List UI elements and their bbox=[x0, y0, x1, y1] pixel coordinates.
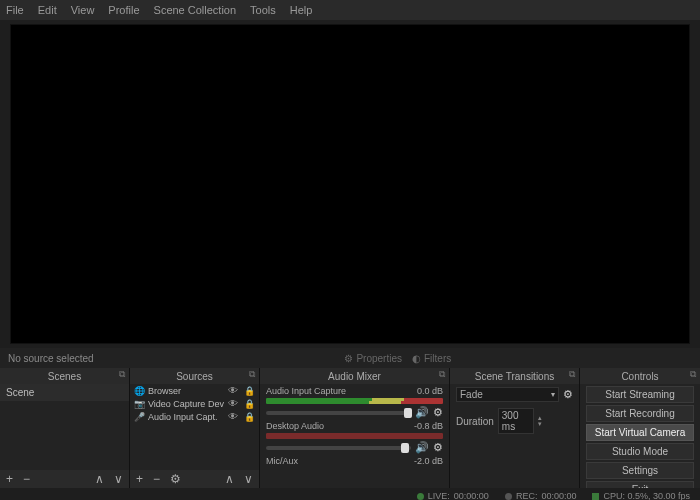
undock-icon[interactable]: ⧉ bbox=[569, 369, 575, 380]
channel-settings-icon[interactable]: ⚙ bbox=[433, 441, 443, 454]
visibility-toggle[interactable]: 👁 bbox=[228, 398, 238, 409]
sources-panel: Sources ⧉ 🌐 Browser 👁 🔒 📷 Video Capture … bbox=[130, 368, 260, 488]
scenes-header[interactable]: Scenes ⧉ bbox=[0, 368, 129, 384]
source-label: Browser bbox=[148, 386, 181, 396]
status-bar: LIVE: 00:00:00 REC: 00:00:00 CPU: 0.5%, … bbox=[0, 488, 700, 500]
duration-label: Duration bbox=[456, 416, 494, 427]
filters-icon: ◐ bbox=[412, 353, 421, 364]
menu-view[interactable]: View bbox=[71, 4, 95, 16]
source-label: Video Capture Dev bbox=[148, 399, 224, 409]
transitions-panel: Scene Transitions ⧉ Fade ▾ ⚙ Duration 30… bbox=[450, 368, 580, 488]
filters-button[interactable]: ◐ Filters bbox=[412, 353, 451, 364]
cpu-indicator-icon bbox=[592, 493, 599, 500]
controls-panel: Controls ⧉ Start Streaming Start Recordi… bbox=[580, 368, 700, 488]
undock-icon[interactable]: ⧉ bbox=[119, 369, 125, 380]
settings-button[interactable]: Settings bbox=[586, 462, 694, 479]
transition-type: Fade bbox=[460, 389, 483, 400]
scenes-footer: + − ∧ ∨ bbox=[0, 470, 129, 488]
menu-help[interactable]: Help bbox=[290, 4, 313, 16]
scenes-panel: Scenes ⧉ Scene + − ∧ ∨ bbox=[0, 368, 130, 488]
vu-meter bbox=[266, 398, 443, 404]
transition-settings-icon[interactable]: ⚙ bbox=[563, 388, 573, 401]
mixer-channel-desktop-audio: Desktop Audio -0.8 dB 🔊 ⚙ bbox=[260, 419, 449, 454]
audio-mixer-panel: Audio Mixer ⧉ Audio Input Capture 0.0 dB… bbox=[260, 368, 450, 488]
exit-button[interactable]: Exit bbox=[586, 481, 694, 488]
preview-canvas[interactable] bbox=[10, 24, 690, 344]
start-virtual-camera-button[interactable]: Start Virtual Camera bbox=[586, 424, 694, 441]
source-item-video-capture[interactable]: 📷 Video Capture Dev 👁 🔒 bbox=[130, 397, 259, 410]
remove-source-button[interactable]: − bbox=[153, 472, 160, 486]
sources-title: Sources bbox=[176, 371, 213, 382]
sources-header[interactable]: Sources ⧉ bbox=[130, 368, 259, 384]
add-scene-button[interactable]: + bbox=[6, 472, 13, 486]
mixer-channel-mic-aux: Mic/Aux -2.0 dB bbox=[260, 454, 449, 466]
undock-icon[interactable]: ⧉ bbox=[249, 369, 255, 380]
mixer-channel-audio-input: Audio Input Capture 0.0 dB 🔊 ⚙ bbox=[260, 384, 449, 419]
channel-name: Audio Input Capture bbox=[266, 386, 346, 396]
volume-slider[interactable] bbox=[266, 446, 411, 450]
mixer-header[interactable]: Audio Mixer ⧉ bbox=[260, 368, 449, 384]
menu-profile[interactable]: Profile bbox=[108, 4, 139, 16]
source-toolbar: No source selected ⚙ Properties ◐ Filter… bbox=[0, 348, 700, 368]
live-label: LIVE: bbox=[428, 491, 450, 500]
channel-db: 0.0 dB bbox=[417, 386, 443, 396]
properties-label: Properties bbox=[356, 353, 402, 364]
duration-spinner[interactable]: ▴▾ bbox=[538, 415, 542, 427]
add-source-button[interactable]: + bbox=[136, 472, 143, 486]
remove-scene-button[interactable]: − bbox=[23, 472, 30, 486]
transitions-header[interactable]: Scene Transitions ⧉ bbox=[450, 368, 579, 384]
mic-icon: 🎤 bbox=[134, 412, 144, 422]
menu-bar: File Edit View Profile Scene Collection … bbox=[0, 0, 700, 20]
lock-toggle[interactable]: 🔒 bbox=[244, 412, 255, 422]
live-time: 00:00:00 bbox=[454, 491, 489, 500]
studio-mode-button[interactable]: Studio Mode bbox=[586, 443, 694, 460]
status-live: LIVE: 00:00:00 bbox=[417, 491, 489, 500]
visibility-toggle[interactable]: 👁 bbox=[228, 411, 238, 422]
scene-down-button[interactable]: ∨ bbox=[114, 472, 123, 486]
source-up-button[interactable]: ∧ bbox=[225, 472, 234, 486]
menu-tools[interactable]: Tools bbox=[250, 4, 276, 16]
undock-icon[interactable]: ⧉ bbox=[439, 369, 445, 380]
lock-toggle[interactable]: 🔒 bbox=[244, 386, 255, 396]
source-item-browser[interactable]: 🌐 Browser 👁 🔒 bbox=[130, 384, 259, 397]
lock-toggle[interactable]: 🔒 bbox=[244, 399, 255, 409]
rec-dot-icon bbox=[505, 493, 512, 500]
menu-file[interactable]: File bbox=[6, 4, 24, 16]
chevron-down-icon: ▾ bbox=[551, 390, 555, 399]
undock-icon[interactable]: ⧉ bbox=[690, 369, 696, 380]
sources-footer: + − ⚙ ∧ ∨ bbox=[130, 470, 259, 488]
cpu-text: CPU: 0.5%, 30.00 fps bbox=[603, 491, 690, 500]
transition-select[interactable]: Fade ▾ bbox=[456, 387, 559, 402]
source-props-button[interactable]: ⚙ bbox=[170, 472, 181, 486]
duration-input[interactable]: 300 ms bbox=[498, 408, 534, 434]
source-down-button[interactable]: ∨ bbox=[244, 472, 253, 486]
live-dot-icon bbox=[417, 493, 424, 500]
visibility-toggle[interactable]: 👁 bbox=[228, 385, 238, 396]
scene-up-button[interactable]: ∧ bbox=[95, 472, 104, 486]
speaker-icon[interactable]: 🔊 bbox=[415, 441, 429, 454]
vu-meter bbox=[266, 433, 443, 439]
scenes-title: Scenes bbox=[48, 371, 81, 382]
speaker-icon[interactable]: 🔊 bbox=[415, 406, 429, 419]
channel-db: -2.0 dB bbox=[414, 456, 443, 466]
scene-item[interactable]: Scene bbox=[0, 384, 129, 401]
filters-label: Filters bbox=[424, 353, 451, 364]
source-item-audio-input[interactable]: 🎤 Audio Input Capt. 👁 🔒 bbox=[130, 410, 259, 423]
rec-label: REC: bbox=[516, 491, 538, 500]
properties-button[interactable]: ⚙ Properties bbox=[344, 353, 402, 364]
menu-edit[interactable]: Edit bbox=[38, 4, 57, 16]
camera-icon: 📷 bbox=[134, 399, 144, 409]
start-streaming-button[interactable]: Start Streaming bbox=[586, 386, 694, 403]
transitions-title: Scene Transitions bbox=[475, 371, 555, 382]
channel-settings-icon[interactable]: ⚙ bbox=[433, 406, 443, 419]
start-recording-button[interactable]: Start Recording bbox=[586, 405, 694, 422]
controls-title: Controls bbox=[621, 371, 658, 382]
menu-scene-collection[interactable]: Scene Collection bbox=[154, 4, 237, 16]
rec-time: 00:00:00 bbox=[541, 491, 576, 500]
volume-slider[interactable] bbox=[266, 411, 411, 415]
controls-header[interactable]: Controls ⧉ bbox=[580, 368, 700, 384]
docks: Scenes ⧉ Scene + − ∧ ∨ Sources ⧉ 🌐 Brows… bbox=[0, 368, 700, 488]
no-source-label: No source selected bbox=[8, 353, 94, 364]
channel-db: -0.8 dB bbox=[414, 421, 443, 431]
source-label: Audio Input Capt. bbox=[148, 412, 218, 422]
